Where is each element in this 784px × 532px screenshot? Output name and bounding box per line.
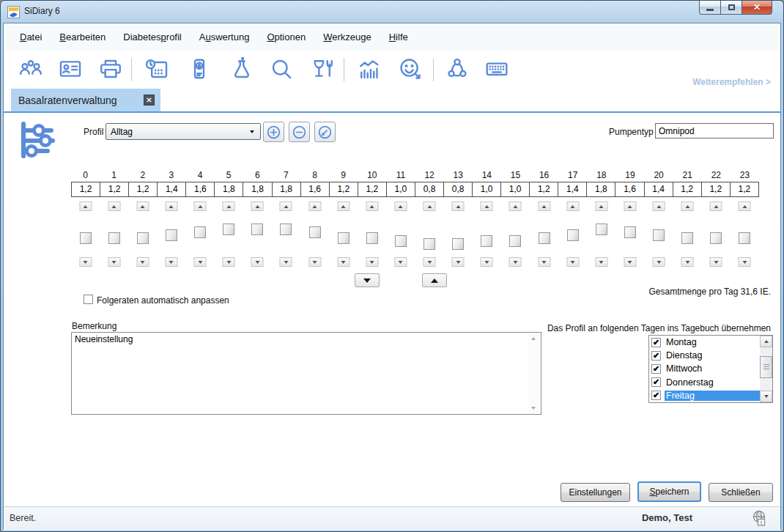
slider-down-button[interactable] [108, 257, 120, 267]
slider-down-button[interactable] [624, 257, 636, 267]
slider-up-button[interactable] [538, 202, 550, 211]
slider-thumb[interactable] [338, 232, 350, 244]
slider-up-button[interactable] [509, 202, 522, 211]
slider-up-button[interactable] [308, 202, 321, 211]
menu-item-bearbeiten[interactable]: Bearbeiten [59, 32, 106, 43]
search-icon[interactable] [269, 56, 294, 81]
slider-up-button[interactable] [566, 202, 579, 211]
slider-down-button[interactable] [481, 257, 493, 267]
slider-down-button[interactable] [194, 257, 207, 267]
slider-thumb[interactable] [509, 235, 521, 247]
edit-profile-button[interactable] [314, 122, 336, 142]
slider-thumb[interactable] [596, 223, 607, 235]
slider-down-button[interactable] [223, 257, 235, 267]
day-checkbox[interactable]: ✔ [651, 377, 661, 387]
share-icon[interactable] [445, 56, 470, 81]
menu-item-diabetesprofil[interactable]: Diabetesprofil [123, 32, 182, 43]
slider-thumb[interactable] [366, 232, 378, 244]
slider-down-button[interactable] [509, 257, 522, 267]
slider-thumb[interactable] [80, 232, 92, 244]
slider-up-button[interactable] [223, 202, 235, 211]
wine-glass-icon[interactable] [310, 56, 335, 81]
day-checkbox[interactable]: ✔ [651, 391, 661, 400]
slider-thumb[interactable] [681, 232, 693, 244]
slider-down-button[interactable] [452, 257, 465, 267]
recommend-link[interactable]: Weiterempfehlen > [692, 77, 771, 87]
calendar-clock-icon[interactable] [144, 56, 169, 81]
chart-icon[interactable] [357, 56, 382, 81]
scroll-up-button[interactable] [760, 336, 772, 347]
slider-up-button[interactable] [136, 202, 149, 211]
flask-icon[interactable] [229, 56, 254, 81]
close-dialog-button[interactable]: Schließen [709, 483, 773, 502]
slider-up-button[interactable] [366, 202, 378, 211]
scroll-up-icon[interactable] [531, 337, 536, 340]
auto-adjust-checkbox[interactable] [84, 295, 93, 304]
slider-thumb[interactable] [653, 229, 665, 241]
slider-down-button[interactable] [366, 257, 378, 267]
slider-down-button[interactable] [566, 257, 579, 267]
slider-thumb[interactable] [739, 232, 750, 244]
slider-thumb[interactable] [251, 223, 263, 235]
slider-thumb[interactable] [481, 235, 492, 247]
slider-down-button[interactable] [653, 257, 665, 267]
slider-up-button[interactable] [452, 202, 465, 211]
profile-select[interactable]: Alltag [106, 123, 261, 140]
slider-thumb[interactable] [567, 229, 579, 241]
slider-thumb[interactable] [137, 232, 149, 244]
slider-up-button[interactable] [710, 202, 722, 211]
slider-thumb[interactable] [108, 232, 120, 244]
offline-globe-icon[interactable]: ! [751, 509, 770, 528]
id-card-icon[interactable] [58, 56, 83, 81]
menu-item-datei[interactable]: Datei [20, 32, 42, 43]
day-item-mittwoch[interactable]: ✔Mittwoch [649, 362, 772, 375]
slider-down-button[interactable] [538, 257, 550, 267]
slider-thumb[interactable] [395, 235, 407, 247]
smiley-icon[interactable] [398, 56, 423, 81]
slider-down-button[interactable] [251, 257, 264, 267]
slider-thumb[interactable] [539, 232, 550, 244]
glucose-meter-icon[interactable] [187, 56, 212, 81]
day-checkbox[interactable]: ✔ [651, 351, 661, 361]
slider-down-button[interactable] [739, 257, 751, 267]
scroll-down-icon[interactable] [531, 407, 536, 410]
slider-up-button[interactable] [681, 202, 694, 211]
slider-thumb[interactable] [194, 226, 206, 238]
close-button[interactable]: ✕ [742, 1, 772, 15]
slider-up-button[interactable] [165, 202, 177, 211]
slider-up-button[interactable] [481, 202, 493, 211]
nudge-up-button[interactable] [422, 273, 447, 287]
slider-up-button[interactable] [595, 202, 607, 211]
slider-down-button[interactable] [595, 257, 607, 267]
settings-button[interactable]: Einstellungen [561, 483, 630, 502]
slider-down-button[interactable] [710, 257, 722, 267]
day-list-scrollbar[interactable] [760, 336, 772, 402]
day-item-dienstag[interactable]: ✔Dienstag [649, 349, 772, 362]
slider-up-button[interactable] [108, 202, 120, 211]
slider-up-button[interactable] [79, 202, 92, 211]
day-item-montag[interactable]: ✔Montag [649, 336, 772, 349]
slider-down-button[interactable] [79, 257, 92, 267]
slider-down-button[interactable] [308, 257, 321, 267]
slider-down-button[interactable] [681, 257, 694, 267]
slider-down-button[interactable] [394, 257, 407, 267]
nudge-down-button[interactable] [355, 273, 380, 287]
remark-scrollbar[interactable] [528, 333, 540, 413]
remark-textarea[interactable]: Neueinstellung [71, 332, 541, 415]
day-item-freitag[interactable]: ✔Freitag [649, 389, 772, 402]
slider-thumb[interactable] [624, 226, 636, 238]
scroll-down-button[interactable] [760, 391, 772, 402]
minimize-button[interactable] [699, 1, 721, 15]
slider-thumb[interactable] [280, 223, 292, 235]
menu-item-optionen[interactable]: Optionen [267, 32, 306, 43]
pump-type-input[interactable] [655, 123, 774, 138]
tab-close-icon[interactable]: ✕ [144, 95, 155, 106]
slider-thumb[interactable] [223, 223, 234, 235]
menu-item-auswertung[interactable]: Auswertung [199, 32, 250, 43]
slider-thumb[interactable] [424, 238, 435, 250]
slider-down-button[interactable] [136, 257, 149, 267]
slider-up-button[interactable] [394, 202, 407, 211]
menu-item-werkzeuge[interactable]: Werkzeuge [323, 32, 371, 43]
slider-thumb[interactable] [166, 229, 177, 241]
slider-down-button[interactable] [337, 257, 350, 267]
